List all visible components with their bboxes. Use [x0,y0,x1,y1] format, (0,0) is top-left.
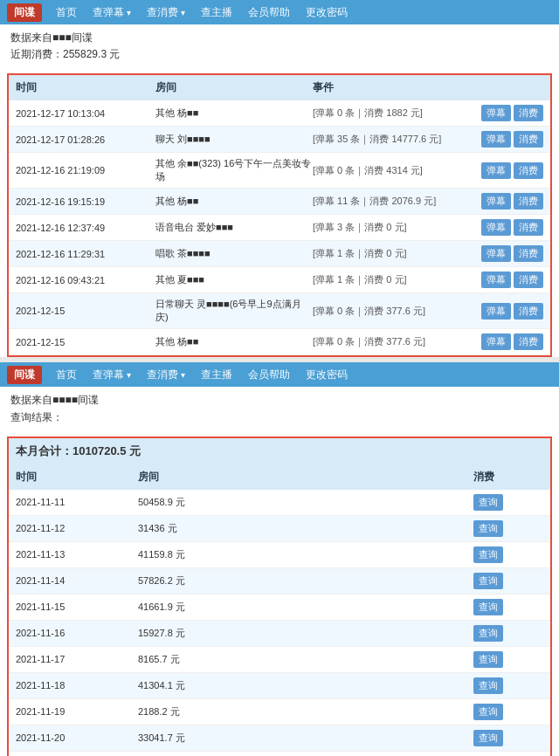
table-row: 2021-11-17 8165.7 元 查询 [9,647,550,673]
btn-consume[interactable]: 消费 [514,271,543,288]
row-event: [弹幕 35 条｜消费 14777.6 元] [313,133,481,146]
btn-consume[interactable]: 消费 [514,193,543,210]
btn-query[interactable]: 查询 [473,599,503,615]
btn-consume[interactable]: 消费 [514,245,543,262]
btn-consume[interactable]: 消费 [514,219,543,236]
nav-anchor-2[interactable]: 查主播 [194,364,239,386]
row-query-btn: 查询 [473,651,543,668]
row-room: 其他 杨■■ [155,107,313,120]
btn-query[interactable]: 查询 [473,730,503,746]
row-amount: 50458.9 元 [138,496,473,509]
btn-query[interactable]: 查询 [473,704,503,720]
btn-query[interactable]: 查询 [473,677,503,694]
btn-danmu[interactable]: 弹幕 [481,193,511,210]
table-row: 2021-11-19 2188.2 元 查询 [9,699,550,725]
btn-danmu[interactable]: 弹幕 [481,105,511,121]
table-row: 2021-12-17 01:28:26 聊天 刘■■■■ [弹幕 35 条｜消费… [9,127,550,153]
table-row: 2021-11-12 31436 元 查询 [9,516,550,542]
row-event: [弹幕 1 条｜消费 0 元] [313,273,481,286]
nav-password[interactable]: 更改密码 [299,2,355,24]
row-event: [弹幕 0 条｜消费 4314 元] [313,164,481,177]
btn-danmu[interactable]: 弹幕 [481,131,511,148]
nav-help[interactable]: 会员帮助 [241,2,297,24]
row-time: 2021-12-16 11:29:31 [16,249,155,259]
row-room: 日常聊天 灵■■■■(6号早上9点满月庆) [155,298,313,324]
row-actions: 弹幕 消费 [481,303,543,320]
btn-consume[interactable]: 消费 [514,333,543,350]
table-section-bottom: 本月合计：1010720.5 元 时间 房间 消费 2021-11-11 504… [7,436,552,756]
btn-consume[interactable]: 消费 [514,105,543,121]
nav-consume[interactable]: 查消费 [140,2,192,24]
row-actions: 弹幕 消费 [481,245,543,262]
row-amount: 2188.2 元 [138,705,473,718]
brand-bottom: 间谍 [7,366,42,384]
table-row: 2021-12-16 21:19:09 其他 余■■(323) 16号下午一点美… [9,153,550,189]
nav-danmu-2[interactable]: 查弹幕 [86,364,138,386]
row-actions: 弹幕 消费 [481,162,543,179]
row-actions: 弹幕 消费 [481,131,543,148]
btn-danmu[interactable]: 弹幕 [481,303,511,320]
data-source-top: 数据来自■■■间谍 [10,30,549,46]
btn-danmu[interactable]: 弹幕 [481,219,511,236]
row-actions: 弹幕 消费 [481,271,543,288]
btn-query[interactable]: 查询 [473,573,503,589]
row-date: 2021-11-12 [16,523,138,533]
query-result-label: 查询结果： [10,409,549,426]
row-event: [弹幕 3 条｜消费 0 元] [313,221,481,234]
row-date: 2021-11-11 [16,497,138,507]
nav-help-2[interactable]: 会员帮助 [241,364,297,386]
nav-home-2[interactable]: 首页 [49,364,84,386]
btn-danmu[interactable]: 弹幕 [481,245,511,262]
row-time: 2021-12-15 [16,306,155,316]
nav-anchor[interactable]: 查主播 [194,2,239,24]
table-row: 2021-12-17 10:13:04 其他 杨■■ [弹幕 0 条｜消费 18… [9,100,550,127]
nav-bottom: 间谍 首页 查弹幕 查消费 查主播 会员帮助 更改密码 [0,362,559,387]
row-time: 2021-12-16 12:37:49 [16,223,155,233]
row-time: 2021-12-17 01:28:26 [16,134,155,145]
nav-password-2[interactable]: 更改密码 [299,364,355,386]
table-header-bottom: 时间 房间 消费 [9,464,550,490]
table-row: 2021-11-21 93811.3 元 查询 [9,752,550,756]
row-date: 2021-11-15 [16,601,138,612]
row-date: 2021-11-17 [16,654,138,664]
btn-query[interactable]: 查询 [473,625,503,642]
nav-home[interactable]: 首页 [49,2,84,24]
nav-danmu[interactable]: 查弹幕 [86,2,138,24]
row-query-btn: 查询 [473,546,543,563]
row-event: [弹幕 0 条｜消费 1882 元] [313,107,481,120]
btn-danmu[interactable]: 弹幕 [481,162,511,179]
row-time: 2021-12-17 10:13:04 [16,108,155,119]
btn-query[interactable]: 查询 [473,546,503,563]
btn-danmu[interactable]: 弹幕 [481,271,511,288]
row-date: 2021-11-14 [16,575,138,586]
table-row: 2021-12-16 12:37:49 语音电台 爱妙■■■ [弹幕 3 条｜消… [9,215,550,241]
nav-consume-2[interactable]: 查消费 [140,364,192,386]
btn-danmu[interactable]: 弹幕 [481,333,511,350]
info-bar-top: 数据来自■■■间谍 近期消费：255829.3 元 [0,24,559,68]
table-section-top: 时间 房间 事件 2021-12-17 10:13:04 其他 杨■■ [弹幕 … [7,73,552,357]
row-query-btn: 查询 [473,520,543,537]
table-row: 2021-12-15 日常聊天 灵■■■■(6号早上9点满月庆) [弹幕 0 条… [9,293,550,329]
btn-consume[interactable]: 消费 [514,131,543,148]
row-date: 2021-11-13 [16,549,138,560]
btn-consume[interactable]: 消费 [514,303,543,320]
col-time-label: 时间 [16,80,155,95]
row-query-btn: 查询 [473,573,543,589]
row-date: 2021-11-20 [16,732,138,743]
row-date: 2021-11-16 [16,628,138,638]
table-row: 2021-11-11 50458.9 元 查询 [9,490,550,516]
row-amount: 8165.7 元 [138,653,473,666]
btn-consume[interactable]: 消费 [514,162,543,179]
col-event-label: 事件 [313,80,543,95]
row-event: [弹幕 11 条｜消费 2076.9 元] [313,195,481,208]
row-amount: 41661.9 元 [138,601,473,614]
btn-query[interactable]: 查询 [473,494,503,511]
btn-query[interactable]: 查询 [473,520,503,537]
table-header-top: 时间 房间 事件 [9,75,550,100]
table-row: 2021-11-13 41159.8 元 查询 [9,542,550,568]
btn-query[interactable]: 查询 [473,651,503,668]
table-row: 2021-11-15 41661.9 元 查询 [9,594,550,621]
row-room: 其他 杨■■ [155,195,313,208]
table-row: 2021-12-16 19:15:19 其他 杨■■ [弹幕 11 条｜消费 2… [9,189,550,215]
row-event: [弹幕 0 条｜消费 377.6 元] [313,335,481,348]
